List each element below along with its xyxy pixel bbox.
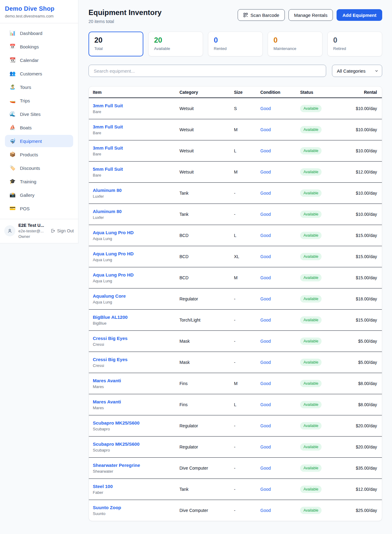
item-name-link[interactable]: Suunto Zoop: [93, 505, 179, 510]
sidebar-item[interactable]: 📆 Calendar: [5, 54, 73, 66]
user-avatar: [4, 225, 15, 236]
status-cell: Available: [300, 457, 354, 479]
category-cell: Wetsuit: [179, 140, 234, 161]
item-name-link[interactable]: Mares Avanti: [93, 399, 179, 404]
item-name-link[interactable]: 5mm Full Suit: [93, 166, 179, 172]
condition-link[interactable]: Good: [260, 212, 271, 217]
condition-link[interactable]: Good: [260, 148, 271, 153]
item-name-link[interactable]: 3mm Full Suit: [93, 103, 179, 108]
rental-cell: $15.00/day: [354, 225, 382, 246]
sidebar-item[interactable]: 🤿 Equipment: [5, 135, 73, 147]
column-header-rental: Rental: [354, 86, 382, 98]
condition-link[interactable]: Good: [260, 444, 271, 449]
item-name-link[interactable]: Scubapro MK25/S600: [93, 441, 179, 447]
condition-link[interactable]: Good: [260, 233, 271, 238]
item-name-link[interactable]: Scubapro MK25/S600: [93, 420, 179, 425]
condition-link[interactable]: Good: [260, 275, 271, 280]
item-name-link[interactable]: Cressi Big Eyes: [93, 336, 179, 341]
size-cell: -: [234, 479, 260, 500]
status-cell: Available: [300, 204, 354, 225]
item-name-link[interactable]: BigBlue AL1200: [93, 315, 179, 320]
item-name-link[interactable]: Cressi Big Eyes: [93, 357, 179, 362]
sidebar-item[interactable]: 💳 POS: [5, 202, 73, 215]
sidebar-item[interactable]: 🏷️ Discounts: [5, 162, 73, 174]
item-cell: BigBlue AL1200 BigBlue: [89, 309, 179, 330]
stat-card[interactable]: 0 Maintenance: [268, 32, 322, 56]
status-badge: Available: [300, 295, 322, 303]
rental-cell: $10.00/day: [354, 119, 382, 140]
item-brand: Cressi: [93, 363, 179, 368]
item-name-link[interactable]: Aluminum 80: [93, 188, 179, 193]
item-name-link[interactable]: Aluminum 80: [93, 209, 179, 214]
item-name-link[interactable]: Shearwater Peregrine: [93, 463, 179, 468]
table-row: Scubapro MK25/S600 Scubapro Regulator - …: [89, 436, 382, 457]
sidebar-item[interactable]: 📊 Dashboard: [5, 27, 73, 39]
sign-out-button[interactable]: Sign Out: [51, 228, 74, 233]
stat-label: Rented: [214, 46, 257, 51]
condition-link[interactable]: Good: [260, 508, 271, 513]
items-total-subtitle: 20 items total: [89, 19, 162, 24]
item-name-link[interactable]: Aqua Lung Pro HD: [93, 251, 179, 256]
condition-link[interactable]: Good: [260, 466, 271, 471]
sidebar-item-label: Calendar: [20, 58, 39, 63]
sidebar-item[interactable]: 🌊 Dive Sites: [5, 108, 73, 120]
sidebar-item[interactable]: 📸 Gallery: [5, 189, 73, 201]
condition-link[interactable]: Good: [260, 402, 271, 407]
scan-barcode-button[interactable]: Scan Barcode: [238, 9, 285, 21]
condition-link[interactable]: Good: [260, 339, 271, 344]
rental-cell: $15.00/day: [354, 246, 382, 267]
sidebar-item-label: Training: [20, 179, 36, 184]
rental-cell: $20.00/day: [354, 436, 382, 457]
item-name-link[interactable]: 3mm Full Suit: [93, 145, 179, 151]
stat-card[interactable]: 20 Available: [148, 32, 203, 56]
stat-card[interactable]: 0 Retired: [327, 32, 382, 56]
sidebar-item[interactable]: 📦 Products: [5, 148, 73, 161]
sidebar-item-label: Tours: [20, 85, 31, 90]
item-name-link[interactable]: Aqualung Core: [93, 293, 179, 299]
size-cell: -: [234, 415, 260, 436]
stat-label: Retired: [333, 46, 376, 51]
rental-cell: $12.00/day: [354, 479, 382, 500]
condition-link[interactable]: Good: [260, 106, 271, 111]
condition-link[interactable]: Good: [260, 296, 271, 301]
size-cell: L: [234, 225, 260, 246]
search-input[interactable]: [89, 65, 326, 77]
category-cell: Dive Computer: [179, 500, 234, 521]
condition-link[interactable]: Good: [260, 170, 271, 174]
condition-link[interactable]: Good: [260, 318, 271, 322]
condition-link[interactable]: Good: [260, 191, 271, 196]
item-brand: Luxfer: [93, 194, 179, 199]
size-cell: M: [234, 373, 260, 394]
item-name-link[interactable]: Steel 100: [93, 484, 179, 489]
condition-link[interactable]: Good: [260, 423, 271, 428]
item-name-link[interactable]: Aqua Lung Pro HD: [93, 272, 179, 277]
sidebar-item[interactable]: 🎓 Training: [5, 175, 73, 188]
sidebar-item[interactable]: 🏝️ Tours: [5, 81, 73, 93]
condition-link[interactable]: Good: [260, 127, 271, 132]
status-badge: Available: [300, 211, 322, 218]
sidebar-item[interactable]: 🚤 Trips: [5, 94, 73, 107]
sidebar-item[interactable]: 👥 Customers: [5, 67, 73, 80]
size-cell: -: [234, 288, 260, 309]
item-name-link[interactable]: 3mm Full Suit: [93, 124, 179, 129]
graduation-cap-icon: 🎓: [9, 179, 16, 184]
sidebar-item[interactable]: 📅 Bookings: [5, 40, 73, 53]
condition-link[interactable]: Good: [260, 254, 271, 259]
item-name-link[interactable]: Aqua Lung Pro HD: [93, 230, 179, 235]
stat-card[interactable]: 0 Rented: [208, 32, 263, 56]
category-select[interactable]: All Categories: [332, 65, 382, 77]
condition-link[interactable]: Good: [260, 360, 271, 365]
condition-cell: Good: [260, 330, 300, 352]
condition-cell: Good: [260, 119, 300, 140]
user-block: E2E Test U... e2e-tester@... Owner Sign …: [0, 219, 78, 243]
add-equipment-button[interactable]: Add Equipment: [337, 9, 382, 21]
condition-link[interactable]: Good: [260, 381, 271, 386]
stat-card[interactable]: 20 Total: [89, 32, 143, 56]
rental-cell: $10.00/day: [354, 182, 382, 204]
size-cell: -: [234, 330, 260, 352]
sidebar-item[interactable]: ⛵ Boats: [5, 121, 73, 134]
condition-link[interactable]: Good: [260, 487, 271, 492]
item-name-link[interactable]: Mares Avanti: [93, 378, 179, 383]
manage-rentals-button[interactable]: Manage Rentals: [288, 9, 333, 21]
stat-value: 0: [273, 36, 317, 44]
